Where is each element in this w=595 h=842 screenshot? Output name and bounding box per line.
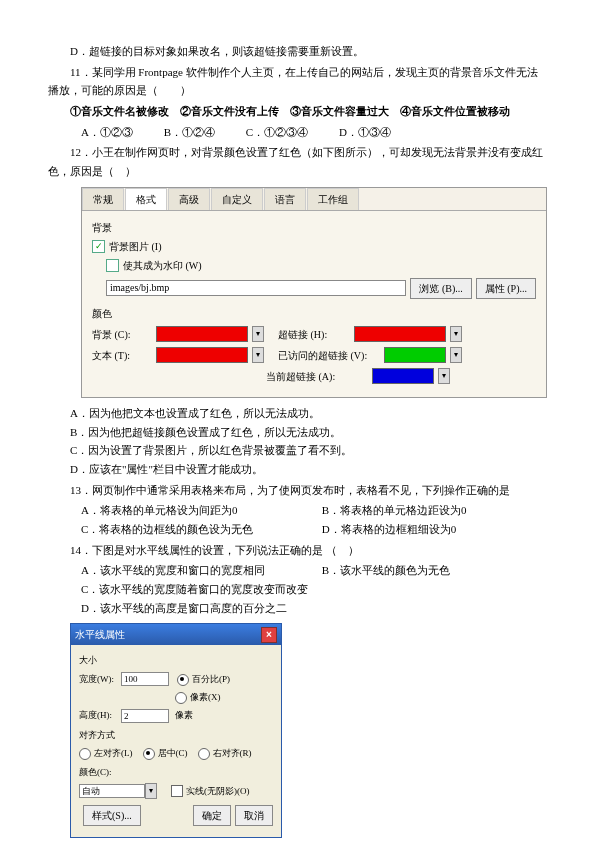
lbl-hyperlink: 超链接 (H):: [278, 326, 350, 343]
page-properties-dialog: 常规 格式 高级 自定义 语言 工作组 背景 ✓背景图片 (I) ✓使其成为水印…: [81, 187, 547, 398]
lbl-active: 当前超链接 (A):: [266, 368, 368, 385]
q11-d: D．①③④: [339, 123, 391, 142]
browse-button[interactable]: 浏览 (B)...: [410, 278, 471, 299]
lbl-right: 右对齐(R): [213, 748, 252, 758]
chevron-down-icon[interactable]: ▾: [252, 326, 264, 342]
q13-a: A．将表格的单元格设为间距为0: [81, 501, 291, 520]
chk-solid[interactable]: [171, 785, 183, 797]
q13-d: D．将表格的边框粗细设为0: [322, 520, 456, 539]
tab-format[interactable]: 格式: [125, 188, 167, 210]
swatch-visited[interactable]: [384, 347, 446, 363]
q11-b: B．①②④: [164, 123, 215, 142]
swatch-active[interactable]: [372, 368, 434, 384]
q13-c: C．将表格的边框线的颜色设为无色: [81, 520, 291, 539]
radio-left[interactable]: [79, 748, 91, 760]
chevron-down-icon[interactable]: ▾: [438, 368, 450, 384]
checkbox-on-icon: ✓: [92, 240, 105, 253]
lbl-solid: 实线(无阴影)(O): [186, 784, 250, 799]
q10-opt-d: D．超链接的目标对象如果改名，则该超链接需要重新设置。: [48, 42, 547, 61]
bg-image-path[interactable]: images/bj.bmp: [106, 280, 406, 296]
q11-stem: 11．某同学用 Frontpage 软件制作个人主页，在上传自己的网站后，发现主…: [48, 63, 547, 100]
cancel-button[interactable]: 取消: [235, 805, 273, 826]
section-align: 对齐方式: [79, 728, 273, 743]
swatch-text[interactable]: [156, 347, 248, 363]
q13-stem: 13．网页制作中通常采用表格来布局，为了使网页发布时，表格看不见，下列操作正确的…: [48, 481, 547, 500]
chevron-down-icon[interactable]: ▾: [252, 347, 264, 363]
chk-watermark[interactable]: ✓使其成为水印 (W): [106, 257, 536, 274]
chk-watermark-label: 使其成为水印 (W): [123, 257, 202, 274]
format-pane: 背景 ✓背景图片 (I) ✓使其成为水印 (W) images/bj.bmp 浏…: [82, 211, 546, 397]
q11-c: C．①②③④: [246, 123, 308, 142]
lbl-pixels: 像素(X): [190, 690, 221, 705]
q12-b: B．因为他把超链接颜色设置成了红色，所以无法成功。: [48, 423, 547, 442]
lbl-center: 居中(C): [158, 748, 188, 758]
chevron-down-icon[interactable]: ▾: [145, 783, 157, 799]
q14-b: B．该水平线的颜色为无色: [322, 561, 450, 580]
chevron-down-icon[interactable]: ▾: [450, 326, 462, 342]
tab-advanced[interactable]: 高级: [168, 188, 210, 210]
radio-center[interactable]: [143, 748, 155, 760]
q12-a: A．因为他把文本也设置成了红色，所以无法成功。: [48, 404, 547, 423]
chk-bg-image-label: 背景图片 (I): [109, 238, 162, 255]
hr-properties-dialog: 水平线属性 × 大小 宽度(W): 100 百分比(P) 像素(X) 高度(H)…: [70, 623, 282, 838]
lbl-text: 文本 (T):: [92, 347, 152, 364]
tab-language[interactable]: 语言: [264, 188, 306, 210]
radio-right[interactable]: [198, 748, 210, 760]
q13-b: B．将表格的单元格边距设为0: [322, 501, 467, 520]
swatch-bg[interactable]: [156, 326, 248, 342]
lbl-color: 颜色(C):: [79, 765, 112, 780]
tab-workgroup[interactable]: 工作组: [307, 188, 359, 210]
q14-c: C．该水平线的宽度随着窗口的宽度改变而改变: [81, 580, 321, 599]
q12-c: C．因为设置了背景图片，所以红色背景被覆盖了看不到。: [48, 441, 547, 460]
ok-button[interactable]: 确定: [193, 805, 231, 826]
properties-button[interactable]: 属性 (P)...: [476, 278, 536, 299]
q12-stem: 12．小王在制作网页时，对背景颜色设置了红色（如下图所示），可却发现无法背景并没…: [48, 143, 547, 180]
lbl-bg: 背景 (C):: [92, 326, 152, 343]
tab-bar: 常规 格式 高级 自定义 语言 工作组: [82, 188, 546, 211]
radio-percent[interactable]: [177, 674, 189, 686]
q14-opts: A．该水平线的宽度和窗口的宽度相同 B．该水平线的颜色为无色 C．该水平线的宽度…: [48, 561, 547, 617]
radio-pixels[interactable]: [175, 692, 187, 704]
lbl-height: 高度(H):: [79, 708, 121, 723]
swatch-hyperlink[interactable]: [354, 326, 446, 342]
tab-custom[interactable]: 自定义: [211, 188, 263, 210]
chk-bg-image[interactable]: ✓背景图片 (I): [92, 238, 536, 255]
color-select[interactable]: 自动: [79, 784, 145, 798]
q12-d: D．应该在"属性"栏目中设置才能成功。: [48, 460, 547, 479]
section-colors: 颜色: [92, 305, 536, 322]
tab-general[interactable]: 常规: [82, 188, 124, 210]
checkbox-off-icon: ✓: [106, 259, 119, 272]
section-size: 大小: [79, 653, 273, 668]
lbl-width: 宽度(W):: [79, 672, 121, 687]
lbl-left: 左对齐(L): [94, 746, 133, 761]
chevron-down-icon[interactable]: ▾: [450, 347, 462, 363]
q11-opts: A．①②③ B．①②④ C．①②③④ D．①③④: [48, 123, 547, 142]
height-input[interactable]: 2: [121, 709, 169, 723]
q11-conditions: ①音乐文件名被修改 ②音乐文件没有上传 ③音乐文件容量过大 ④音乐文件位置被移动: [48, 102, 547, 121]
lbl-visited: 已访问的超链接 (V):: [278, 347, 380, 364]
width-input[interactable]: 100: [121, 672, 169, 686]
q14-stem: 14．下图是对水平线属性的设置，下列说法正确的是 （ ）: [48, 541, 547, 560]
section-background: 背景: [92, 219, 536, 236]
style-button[interactable]: 样式(S)...: [83, 805, 141, 826]
dialog-titlebar: 水平线属性 ×: [71, 624, 281, 645]
close-icon[interactable]: ×: [261, 627, 277, 643]
lbl-percent: 百分比(P): [192, 674, 230, 684]
q14-d: D．该水平线的高度是窗口高度的百分之二: [81, 599, 287, 618]
dialog-title: 水平线属性: [75, 626, 125, 643]
q11-a: A．①②③: [81, 123, 133, 142]
q14-a: A．该水平线的宽度和窗口的宽度相同: [81, 561, 291, 580]
q13-opts: A．将表格的单元格设为间距为0 B．将表格的单元格边距设为0 C．将表格的边框线…: [48, 501, 547, 538]
lbl-px-unit: 像素: [175, 708, 193, 723]
